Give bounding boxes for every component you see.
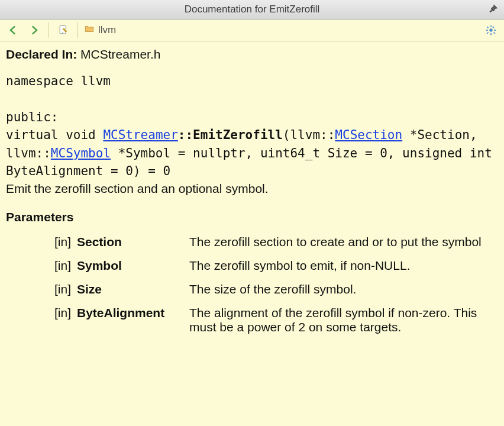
param-desc: The zerofill symbol to emit, if non-NULL… xyxy=(189,254,498,277)
link-mcsection[interactable]: MCSection xyxy=(335,128,402,142)
param-desc: The alignment of the zerofill symbol if … xyxy=(189,301,498,339)
breadcrumb[interactable]: llvm xyxy=(84,24,116,37)
signature-block: namespace llvm public: virtual void MCSt… xyxy=(6,72,498,180)
toolbar: llvm xyxy=(0,20,504,41)
svg-rect-3 xyxy=(490,33,492,35)
back-button[interactable] xyxy=(5,22,21,38)
edit-icon[interactable] xyxy=(55,22,72,38)
declared-in-label: Declared In: xyxy=(6,47,77,61)
param-row: [in] ByteAlignment The alignment of the … xyxy=(6,301,498,339)
svg-point-1 xyxy=(489,28,492,31)
param-dir: [in] xyxy=(6,277,77,301)
svg-rect-2 xyxy=(490,25,492,27)
svg-rect-4 xyxy=(486,30,488,31)
titlebar: Documentation for EmitZerofill xyxy=(0,0,504,20)
folder-icon xyxy=(84,24,95,37)
link-mcstreamer[interactable]: MCStreamer xyxy=(103,128,177,142)
param-name: ByteAlignment xyxy=(77,301,189,339)
param-desc: The zerofill section to create and or to… xyxy=(189,230,498,254)
toolbar-divider xyxy=(77,22,78,38)
sig-open: (llvm:: xyxy=(283,128,335,142)
param-row: [in] Size The size of the zerofill symbo… xyxy=(6,277,498,301)
param-name: Size xyxy=(77,277,189,301)
param-dir: [in] xyxy=(6,301,77,339)
parameters-table: [in] Section The zerofill section to cre… xyxy=(6,230,498,339)
parameters-heading: Parameters xyxy=(6,210,498,224)
namespace-line: namespace llvm xyxy=(6,74,111,88)
param-desc: The size of the zerofill symbol. xyxy=(189,277,498,301)
param-name: Symbol xyxy=(77,254,189,277)
content-area: Declared In: MCStreamer.h namespace llvm… xyxy=(0,41,504,345)
signature-description: Emit the zerofill section and an optiona… xyxy=(6,182,498,196)
link-mcsymbol[interactable]: MCSymbol xyxy=(51,146,111,160)
forward-button[interactable] xyxy=(26,22,43,38)
param-dir: [in] xyxy=(6,254,77,277)
svg-rect-9 xyxy=(487,32,489,34)
svg-rect-7 xyxy=(493,32,496,34)
toolbar-divider xyxy=(49,22,49,38)
access-specifier: public: xyxy=(6,110,59,124)
window-title: Documentation for EmitZerofill xyxy=(185,4,320,15)
sig-dcolon: :: xyxy=(178,128,193,142)
sig-fn: EmitZerofill xyxy=(193,128,283,142)
pin-icon[interactable] xyxy=(487,4,498,17)
sig-pre: virtual void xyxy=(6,128,103,142)
param-dir: [in] xyxy=(6,230,77,254)
param-name: Section xyxy=(77,230,189,254)
param-row: [in] Section The zerofill section to cre… xyxy=(6,230,498,254)
declared-in-file: MCStreamer.h xyxy=(80,47,160,61)
breadcrumb-label: llvm xyxy=(98,24,116,36)
gear-icon[interactable] xyxy=(483,22,499,38)
svg-rect-5 xyxy=(494,30,496,31)
declared-in: Declared In: MCStreamer.h xyxy=(6,47,498,62)
svg-rect-8 xyxy=(492,26,495,28)
param-row: [in] Symbol The zerofill symbol to emit,… xyxy=(6,254,498,277)
svg-rect-6 xyxy=(487,26,489,28)
